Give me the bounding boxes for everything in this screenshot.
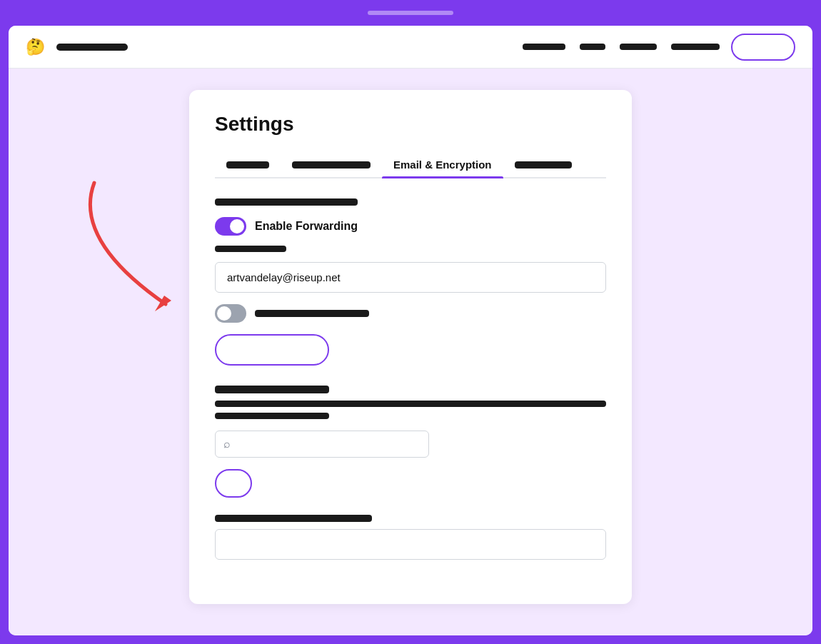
toggle-knob — [230, 219, 244, 233]
desc-line-2 — [215, 413, 329, 419]
title-bar-pill — [368, 11, 453, 15]
toggle2-knob — [217, 306, 231, 321]
section2-header — [215, 386, 329, 393]
toggle2[interactable] — [215, 304, 246, 323]
tab-4-placeholder — [515, 161, 572, 168]
tabs-row: Email & Encryption — [215, 153, 606, 178]
sub-placeholder — [215, 246, 286, 252]
nav-link-2[interactable] — [580, 44, 605, 50]
search-wrapper: ⌕ — [215, 431, 606, 458]
app-name-area — [56, 44, 128, 51]
nav-links — [523, 44, 720, 50]
tab-2-placeholder — [292, 161, 371, 168]
search-input[interactable] — [215, 431, 429, 458]
action-button-1[interactable] — [215, 334, 329, 366]
nav-cta-button[interactable] — [731, 34, 795, 61]
bottom-input[interactable] — [215, 529, 606, 560]
svg-marker-0 — [155, 296, 171, 311]
browser-content: 🤔 — [9, 26, 812, 635]
section2-desc — [215, 401, 606, 419]
app-name-placeholder — [56, 44, 128, 51]
search-icon: ⌕ — [223, 438, 231, 451]
toggle2-row — [215, 304, 606, 323]
tab-2[interactable] — [281, 153, 382, 177]
nav-bar: 🤔 — [9, 26, 812, 69]
enable-forwarding-label: Enable Forwarding — [255, 220, 358, 233]
tab-email-encryption-label: Email & Encryption — [393, 159, 492, 171]
toggle2-label — [255, 310, 369, 317]
desc-line-1 — [215, 401, 606, 407]
enable-forwarding-row: Enable Forwarding — [215, 217, 606, 236]
arrow-annotation — [51, 168, 208, 326]
nav-link-4[interactable] — [671, 44, 720, 50]
page-title: Settings — [215, 113, 606, 136]
tab-email-encryption[interactable]: Email & Encryption — [382, 153, 503, 177]
enable-forwarding-toggle[interactable] — [215, 217, 246, 236]
app-emoji: 🤔 — [26, 38, 45, 56]
action-button-2[interactable] — [215, 469, 252, 498]
forwarding-email-input[interactable] — [215, 262, 606, 293]
title-bar — [0, 0, 821, 26]
tab-1[interactable] — [215, 153, 281, 177]
section1-header — [215, 198, 358, 206]
main-area: Settings Email & Encryption — [9, 69, 812, 635]
tab-4[interactable] — [503, 153, 583, 177]
nav-link-1[interactable] — [523, 44, 565, 50]
window-chrome: 🤔 — [0, 0, 821, 644]
settings-panel: Settings Email & Encryption — [189, 90, 632, 604]
tab-1-placeholder — [226, 161, 269, 168]
nav-link-3[interactable] — [620, 44, 657, 50]
bottom-section-header — [215, 515, 372, 522]
